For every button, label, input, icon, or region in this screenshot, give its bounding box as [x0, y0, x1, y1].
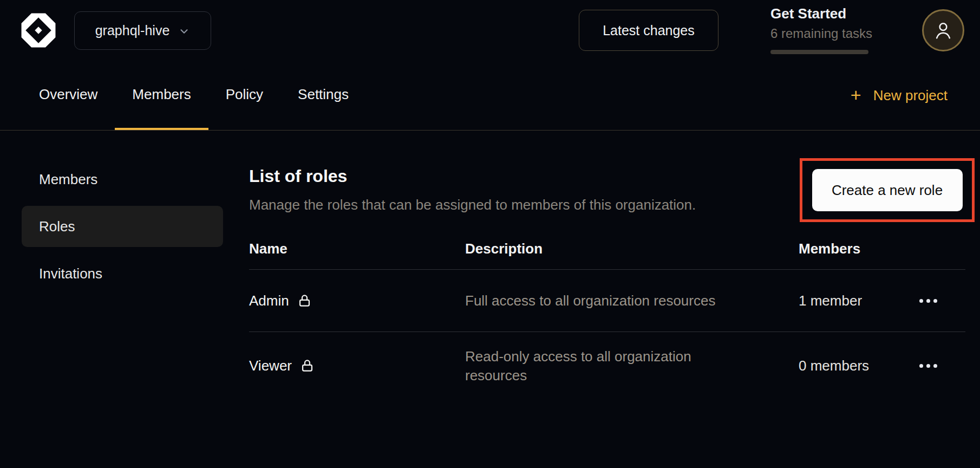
role-name: Admin [249, 292, 289, 309]
ellipsis-dot [919, 364, 923, 368]
lock-icon [297, 294, 312, 308]
ellipsis-dot [926, 299, 930, 303]
ellipsis-dot [919, 299, 923, 303]
page-body: Members Roles Invitations List of roles … [0, 131, 980, 400]
latest-changes-button[interactable]: Latest changes [579, 10, 718, 51]
role-name-cell: Admin [249, 292, 465, 309]
table-row-admin: Admin Full access to all organization re… [249, 270, 965, 332]
role-members-count: 1 member [799, 292, 915, 309]
ellipsis-dot [933, 299, 937, 303]
role-actions-cell [915, 360, 965, 372]
role-members-count: 0 members [799, 358, 915, 374]
tab-members[interactable]: Members [115, 61, 208, 130]
get-started-widget[interactable]: Get Started 6 remaining tasks [770, 6, 868, 54]
sidebar-item-roles[interactable]: Roles [22, 206, 223, 247]
role-name: Viewer [249, 358, 292, 374]
user-avatar-button[interactable] [922, 9, 964, 51]
top-header: graphql-hive Latest changes Get Started … [0, 0, 980, 61]
members-sidebar: Members Roles Invitations [0, 131, 223, 300]
get-started-title: Get Started [770, 6, 868, 21]
plus-icon: + [851, 86, 861, 104]
column-header-name: Name [249, 240, 465, 257]
role-name-cell: Viewer [249, 358, 465, 374]
lock-icon [300, 359, 315, 373]
role-description: Full access to all organization resource… [465, 282, 741, 320]
hive-logo-icon [21, 12, 56, 49]
chevron-down-icon [178, 25, 190, 37]
role-actions-cell [915, 295, 965, 307]
role-description: Read-only access to all organization res… [465, 337, 741, 395]
get-started-progress-bar [770, 50, 868, 54]
tab-overview[interactable]: Overview [22, 61, 115, 130]
table-header-row: Name Description Members [249, 228, 965, 270]
tab-policy[interactable]: Policy [208, 61, 280, 130]
row-menu-button[interactable] [918, 295, 938, 307]
user-icon [933, 20, 953, 41]
new-project-label: New project [873, 87, 948, 104]
annotation-highlight-box: Create a new role [800, 158, 975, 222]
sidebar-item-invitations[interactable]: Invitations [22, 253, 223, 294]
ellipsis-dot [926, 364, 930, 368]
column-header-members: Members [799, 240, 915, 257]
row-menu-button[interactable] [918, 360, 938, 372]
create-new-role-button[interactable]: Create a new role [812, 169, 963, 211]
organization-selector[interactable]: graphql-hive [74, 11, 211, 50]
app-page: graphql-hive Latest changes Get Started … [0, 0, 980, 468]
column-header-description: Description [465, 240, 799, 257]
ellipsis-dot [933, 364, 937, 368]
org-tabbar: Overview Members Policy Settings + New p… [0, 61, 980, 131]
get-started-subtitle: 6 remaining tasks [770, 27, 868, 40]
new-project-button[interactable]: + New project [851, 61, 948, 130]
table-row-viewer: Viewer Read-only access to all organizat… [249, 332, 965, 400]
sidebar-item-members[interactable]: Members [22, 159, 223, 200]
tab-settings[interactable]: Settings [280, 61, 366, 130]
tabbar-spacer [366, 61, 851, 130]
roles-main-panel: List of roles Manage the roles that can … [249, 131, 975, 400]
organization-name: graphql-hive [95, 23, 170, 38]
roles-table: Name Description Members Admin Full acce… [249, 228, 965, 400]
